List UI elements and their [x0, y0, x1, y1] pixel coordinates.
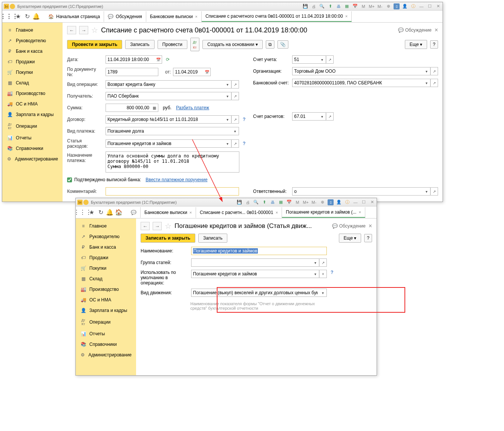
- open-icon[interactable]: ↗: [326, 112, 334, 121]
- maximize-icon[interactable]: ☐: [361, 199, 367, 205]
- sidebar-item-admin[interactable]: ⚙Администрирование: [2, 154, 63, 164]
- sidebar-item-manager[interactable]: ↗Руководителю: [2, 35, 63, 46]
- sidebar-item-production[interactable]: 🏭Производство: [2, 88, 63, 99]
- open-icon[interactable]: ↗: [231, 80, 239, 89]
- export-icon[interactable]: ⬆: [327, 3, 333, 9]
- group-input[interactable]: [191, 258, 312, 267]
- save-button[interactable]: Записать: [198, 234, 227, 243]
- close-tab-icon[interactable]: ×: [276, 210, 278, 215]
- sidebar-item-warehouse[interactable]: ▦Склад: [76, 274, 136, 284]
- save-close-button[interactable]: Записать и закрыть: [141, 234, 195, 243]
- enter-order-link[interactable]: Ввести платежное поручение: [146, 177, 207, 182]
- star-icon[interactable]: ☆: [91, 26, 98, 35]
- discussion-button[interactable]: 💬Обсуждение: [332, 223, 366, 229]
- sidebar-item-warehouse[interactable]: ▦Склад: [2, 78, 63, 88]
- sidebar-item-purchases[interactable]: 🛒Покупки: [2, 67, 63, 78]
- apps-icon[interactable]: ⋮⋮⋮: [79, 209, 86, 216]
- close-page-icon[interactable]: ×: [435, 27, 438, 34]
- sidebar-item-assets[interactable]: 🚚ОС и НМА: [2, 99, 63, 109]
- purpose-textarea[interactable]: [106, 151, 239, 173]
- mminus-icon[interactable]: M-: [311, 199, 317, 205]
- panel-icon[interactable]: ▯: [394, 3, 400, 9]
- dropdown-icon[interactable]: ▾: [319, 55, 326, 64]
- post-button[interactable]: Провести: [158, 40, 187, 49]
- print2-icon[interactable]: 🖶: [270, 199, 276, 205]
- confirmed-checkbox[interactable]: [67, 177, 72, 182]
- split-payment-link[interactable]: Разбить платеж: [176, 105, 209, 110]
- post-close-button[interactable]: Провести и закрыть: [67, 40, 122, 49]
- apps-icon[interactable]: ⋮⋮⋮: [5, 13, 13, 20]
- sidebar-item-bank[interactable]: ₽Банк и касса: [2, 46, 63, 57]
- sidebar-item-operations[interactable]: ДтКтОперации: [76, 316, 136, 329]
- info-icon[interactable]: ⓘ: [410, 3, 416, 9]
- more-button[interactable]: Еще ▾: [339, 234, 362, 243]
- dropdown-icon[interactable]: ▾: [224, 139, 231, 148]
- usedefault-input[interactable]: [191, 270, 312, 278]
- sidebar-item-production[interactable]: 🏭Производство: [76, 284, 136, 295]
- sidebar-item-assets[interactable]: 🚚ОС и НМА: [76, 295, 136, 305]
- zoom-icon[interactable]: ⊕: [385, 3, 391, 9]
- info-icon[interactable]: ⓘ: [344, 199, 350, 205]
- user-icon[interactable]: 👤: [402, 3, 408, 9]
- name-input[interactable]: Погашение кредитов и займов: [191, 247, 327, 255]
- close-tab-icon[interactable]: ×: [358, 210, 361, 214]
- sidebar-item-reports[interactable]: 📊Отчеты: [76, 329, 136, 339]
- user-icon[interactable]: 👤: [336, 199, 342, 205]
- m-icon[interactable]: M: [360, 3, 366, 9]
- recipient-input[interactable]: [106, 92, 224, 100]
- sidebar-item-payroll[interactable]: 👤Зарплата и кадры: [76, 305, 136, 316]
- open-icon[interactable]: ↗: [231, 115, 239, 124]
- mplus-icon[interactable]: M+: [369, 3, 375, 9]
- expense-input[interactable]: [106, 139, 224, 148]
- contract-input[interactable]: [106, 115, 224, 124]
- sidebar-item-admin[interactable]: ⚙Администрирование: [76, 350, 136, 360]
- calendar-icon[interactable]: 📅: [352, 3, 358, 9]
- export-icon[interactable]: ⬆: [261, 199, 267, 205]
- home-icon[interactable]: 🏠: [115, 209, 123, 216]
- history-icon[interactable]: ↻: [97, 209, 104, 216]
- sidebar-item-bank[interactable]: ₽Банк и касса: [76, 242, 136, 252]
- star-icon[interactable]: ☆: [165, 222, 172, 231]
- forward-button[interactable]: →: [153, 222, 162, 230]
- save-icon[interactable]: 💾: [302, 3, 308, 9]
- dropdown-icon[interactable]: ▾: [224, 80, 231, 89]
- tab-discussions[interactable]: 💬Обсуждения: [104, 11, 146, 22]
- bankacct-input[interactable]: [292, 79, 423, 87]
- mplus-icon[interactable]: M+: [303, 199, 309, 205]
- open-icon[interactable]: ↗: [326, 55, 334, 64]
- sidebar-item-payroll[interactable]: 👤Зарплата и кадры: [2, 109, 63, 120]
- sidebar-item-purchases[interactable]: 🛒Покупки: [76, 263, 136, 274]
- dtkt-button[interactable]: ДтКт: [190, 38, 199, 51]
- tab-home[interactable]: 🏠Начальная страница: [44, 11, 104, 22]
- dropdown-icon[interactable]: ▾: [224, 115, 231, 124]
- zoom-icon[interactable]: ⊕: [319, 199, 325, 205]
- back-button[interactable]: ←: [141, 222, 150, 230]
- discussion-button[interactable]: 💬Обсуждение: [398, 28, 432, 33]
- bell-icon[interactable]: 🔔: [106, 209, 113, 216]
- settle-input[interactable]: [292, 112, 319, 121]
- sidebar-item-main[interactable]: ≡Главное: [76, 221, 136, 231]
- paytype-input[interactable]: [106, 127, 231, 135]
- close-icon[interactable]: ✕: [435, 3, 441, 9]
- optype-input[interactable]: [106, 80, 224, 89]
- sidebar-item-operations[interactable]: ДтКтОперации: [2, 120, 63, 133]
- open-icon[interactable]: ↗: [430, 187, 438, 196]
- close-tab-icon[interactable]: ×: [190, 210, 192, 215]
- amount-input[interactable]: [106, 104, 151, 112]
- maximize-icon[interactable]: ☐: [427, 3, 433, 9]
- dropdown-icon[interactable]: ▾: [231, 127, 239, 135]
- save-button[interactable]: Записать: [125, 40, 154, 49]
- dropdown-icon[interactable]: ▾: [423, 79, 430, 87]
- favorite-icon[interactable]: ★: [14, 13, 22, 20]
- calc-icon[interactable]: ▦: [151, 104, 158, 112]
- print-icon[interactable]: 🖨: [245, 199, 251, 205]
- minimize-icon[interactable]: —: [418, 3, 424, 9]
- back-button[interactable]: ←: [67, 26, 76, 34]
- preview-icon[interactable]: 🔍: [253, 199, 259, 205]
- m-icon[interactable]: M: [294, 199, 300, 205]
- more-button[interactable]: Еще ▾: [405, 40, 427, 49]
- help-button[interactable]: ?: [430, 40, 438, 49]
- help-icon[interactable]: ?: [243, 141, 245, 146]
- dropdown-icon[interactable]: ▾: [312, 270, 319, 278]
- close-icon[interactable]: ✕: [369, 199, 375, 205]
